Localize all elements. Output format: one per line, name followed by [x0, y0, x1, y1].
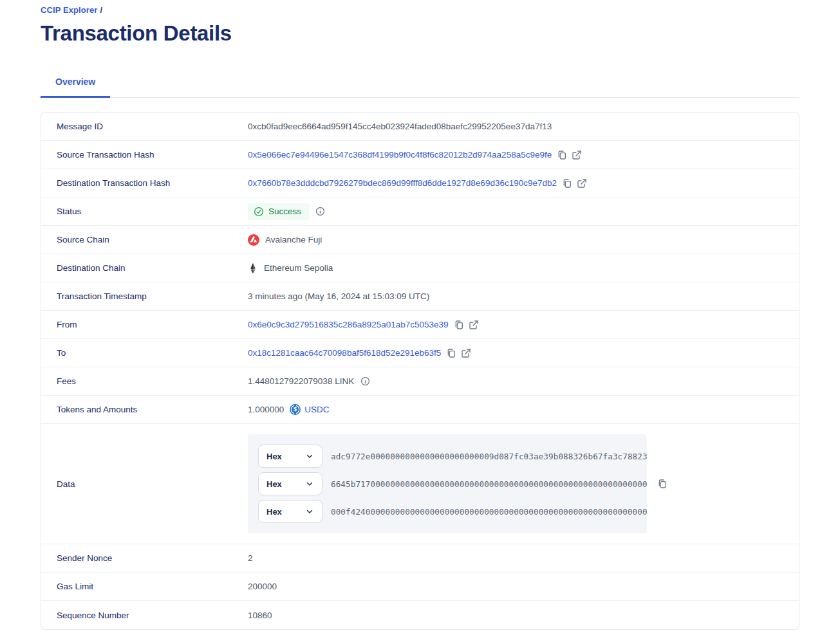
external-link-icon[interactable]	[577, 178, 587, 189]
avalanche-icon	[248, 234, 259, 246]
message-id-label: Message ID	[57, 122, 248, 131]
row-source-chain: Source Chain Avalanche Fuji	[41, 226, 799, 254]
breadcrumb-ccip-explorer-link[interactable]: CCIP Explorer	[41, 5, 97, 15]
timestamp-value: 3 minutes ago (May 16, 2024 at 15:03:09 …	[248, 291, 429, 301]
dest-chain-label: Destination Chain	[57, 263, 248, 273]
sender-nonce-value: 2	[248, 553, 253, 563]
chevron-down-icon	[305, 452, 314, 461]
data-hex-value: 000f424000000000000000000000000000000000…	[331, 507, 648, 517]
gas-limit-value: 200000	[248, 582, 277, 591]
copy-icon[interactable]	[657, 479, 667, 489]
data-label: Data	[57, 479, 248, 489]
row-tokens-amounts: Tokens and Amounts 1.000000 $ USDC	[41, 396, 799, 424]
timestamp-label: Transaction Timestamp	[57, 291, 248, 301]
dest-chain-value: Ethereum Sepolia	[264, 263, 333, 273]
external-link-icon[interactable]	[572, 150, 582, 160]
fees-label: Fees	[57, 376, 248, 386]
data-hex-value: adc9772e0000000000000000000000009d087fc0…	[331, 452, 648, 461]
external-link-icon[interactable]	[469, 320, 479, 330]
usdc-token-link[interactable]: USDC	[304, 405, 329, 414]
dest-tx-hash-label: Destination Transaction Hash	[57, 178, 248, 188]
chevron-down-icon	[305, 479, 314, 488]
breadcrumb: CCIP Explorer/	[41, 5, 799, 15]
status-info-icon[interactable]	[315, 207, 325, 216]
status-label: Status	[57, 207, 248, 216]
copy-icon[interactable]	[557, 150, 567, 160]
tab-overview[interactable]: Overview	[41, 70, 110, 97]
source-tx-hash-label: Source Transaction Hash	[57, 150, 248, 160]
row-status: Status Success	[41, 198, 799, 226]
gas-limit-label: Gas Limit	[57, 582, 248, 591]
token-amount: 1.000000	[248, 405, 284, 414]
data-line: Hex 000f42400000000000000000000000000000…	[258, 500, 637, 523]
breadcrumb-separator: /	[100, 5, 102, 15]
copy-icon[interactable]	[454, 320, 464, 330]
sender-nonce-label: Sender Nonce	[57, 553, 248, 563]
fees-value: 1.4480127922079038 LINK	[248, 376, 354, 386]
data-line: Hex adc9772e0000000000000000000000009d08…	[258, 445, 637, 468]
usdc-icon: $	[290, 404, 301, 415]
data-hex-value: 6645b71700000000000000000000000000000000…	[331, 479, 648, 489]
hex-format-select[interactable]: Hex	[258, 472, 322, 495]
source-tx-hash-link[interactable]: 0x5e066ec7e94496e1547c368df4199b9f0c4f8f…	[248, 150, 552, 160]
message-id-value: 0xcb0fad9eec6664ad959f145cc4eb023924fade…	[248, 122, 552, 131]
copy-icon[interactable]	[562, 178, 572, 189]
transaction-details-card: Message ID 0xcb0fad9eec6664ad959f145cc4e…	[41, 112, 799, 630]
data-line: Hex 6645b7170000000000000000000000000000…	[258, 472, 637, 495]
row-gas-limit: Gas Limit 200000	[41, 573, 799, 601]
from-address-link[interactable]: 0x6e0c9c3d279516835c286a8925a01ab7c5053e…	[248, 320, 449, 329]
source-chain-value: Avalanche Fuji	[265, 235, 322, 244]
page-title: Transaction Details	[41, 21, 799, 46]
row-from: From 0x6e0c9c3d279516835c286a8925a01ab7c…	[41, 311, 799, 339]
to-label: To	[57, 348, 248, 358]
hex-format-label: Hex	[266, 479, 282, 489]
row-timestamp: Transaction Timestamp 3 minutes ago (May…	[41, 282, 799, 311]
sequence-number-label: Sequence Number	[57, 611, 248, 620]
row-data: Data Hex adc9772e00000000000000000000000…	[41, 424, 799, 544]
source-chain-label: Source Chain	[57, 235, 248, 244]
row-dest-chain: Destination Chain Ethereum Sepolia	[41, 254, 799, 282]
dest-tx-hash-link[interactable]: 0x7660b78e3dddcbd7926279bdec869d99fff8d6…	[248, 178, 557, 188]
fees-info-icon[interactable]	[360, 376, 370, 386]
status-badge-text: Success	[268, 207, 301, 216]
row-sender-nonce: Sender Nonce 2	[41, 544, 799, 573]
row-source-tx-hash: Source Transaction Hash 0x5e066ec7e94496…	[41, 141, 799, 169]
to-address-link[interactable]: 0x18c1281caac64c70098baf5f618d52e291eb63…	[248, 348, 441, 358]
tokens-amounts-label: Tokens and Amounts	[57, 405, 248, 414]
hex-format-select[interactable]: Hex	[258, 500, 322, 523]
row-message-id: Message ID 0xcb0fad9eec6664ad959f145cc4e…	[41, 113, 799, 141]
row-dest-tx-hash: Destination Transaction Hash 0x7660b78e3…	[41, 169, 799, 198]
transaction-details-page: CCIP Explorer/ Transaction Details Overv…	[0, 0, 840, 644]
row-sequence-number: Sequence Number 10860	[41, 601, 799, 629]
external-link-icon[interactable]	[461, 348, 471, 358]
row-fees: Fees 1.4480127922079038 LINK	[41, 367, 799, 396]
status-badge: Success	[248, 203, 309, 220]
data-hex-panel: Hex adc9772e0000000000000000000000009d08…	[248, 434, 647, 533]
from-label: From	[57, 320, 248, 329]
row-to: To 0x18c1281caac64c70098baf5f618d52e291e…	[41, 339, 799, 367]
svg-text:$: $	[294, 406, 297, 412]
chevron-down-icon	[305, 507, 314, 516]
tab-bar: Overview	[41, 70, 799, 98]
check-circle-icon	[254, 207, 264, 217]
ethereum-icon	[248, 262, 258, 274]
copy-icon[interactable]	[446, 348, 456, 358]
sequence-number-value: 10860	[248, 611, 272, 620]
hex-format-label: Hex	[266, 507, 282, 517]
hex-format-label: Hex	[266, 452, 282, 461]
hex-format-select[interactable]: Hex	[258, 445, 322, 468]
